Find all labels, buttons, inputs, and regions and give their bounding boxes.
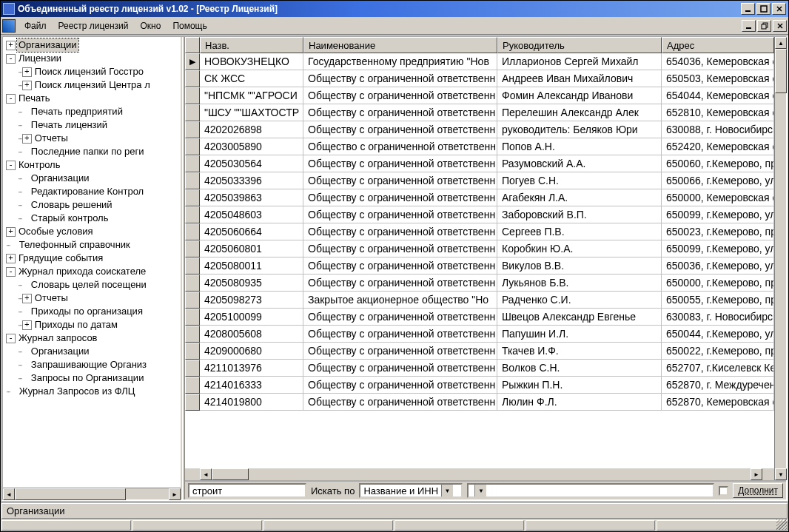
scroll-up-icon[interactable]: ▲ bbox=[775, 37, 787, 49]
minus-icon[interactable]: - bbox=[6, 94, 16, 104]
cell-fullname[interactable]: Обществу с ограниченной ответственн bbox=[303, 87, 497, 104]
cell-addr[interactable]: 650036, г.Кемерово, ул.Т bbox=[662, 257, 774, 274]
cell-addr[interactable]: 650060, г.Кемерово, пр bbox=[662, 155, 774, 172]
chevron-down-icon[interactable]: ▼ bbox=[441, 485, 453, 496]
menu-registry[interactable]: Реестр лицензий bbox=[53, 19, 135, 33]
col-fullname[interactable]: Наименование bbox=[303, 37, 497, 53]
resize-grip[interactable] bbox=[776, 519, 787, 530]
cell-name[interactable]: 4208005608 bbox=[200, 326, 303, 342]
cell-head[interactable]: Викулов В.В. bbox=[497, 257, 662, 274]
cell-head[interactable]: Ткачев И.Ф. bbox=[497, 343, 662, 359]
row-marker[interactable] bbox=[185, 189, 200, 206]
cell-fullname[interactable]: Обществу с ограниченной ответственн bbox=[303, 189, 497, 206]
grid-vscrollbar[interactable]: ▲ ▼ bbox=[774, 37, 786, 480]
col-addr[interactable]: Адрес bbox=[662, 37, 774, 53]
cell-fullname[interactable]: Обществу с ограниченной ответственн bbox=[303, 326, 497, 342]
cell-addr[interactable]: 650503, Кемеровская об bbox=[662, 70, 774, 87]
tree-node[interactable]: + Особые условия bbox=[6, 225, 181, 238]
cell-fullname[interactable]: Обществу с ограниченной ответственн bbox=[303, 360, 497, 376]
cell-head[interactable]: Сергеев П.В. bbox=[497, 223, 662, 240]
plus-icon[interactable]: + bbox=[6, 41, 16, 50]
minus-icon[interactable]: - bbox=[6, 334, 16, 343]
row-marker[interactable] bbox=[185, 138, 200, 155]
cell-name[interactable]: 4205060664 bbox=[200, 223, 303, 240]
cell-fullname[interactable]: Обществу с ограниченной ответственн bbox=[303, 377, 497, 393]
tree-node[interactable]: - Журнал прихода соискателе bbox=[6, 265, 181, 278]
cell-fullname[interactable]: Государственному предприятию "Нов bbox=[303, 53, 497, 70]
cell-head[interactable]: Рыжкин П.Н. bbox=[497, 377, 662, 393]
cell-addr[interactable]: 650099, г.Кемерово, ул.5 bbox=[662, 240, 774, 257]
cell-fullname[interactable]: Обществу с ограниченной ответственн bbox=[303, 206, 497, 223]
row-marker[interactable] bbox=[185, 70, 200, 87]
table-row[interactable]: "НПСМК ""АГРОСИОбществу с ограниченной о… bbox=[185, 87, 774, 104]
cell-head[interactable]: Папушин И.Л. bbox=[497, 326, 662, 342]
tree-node[interactable]: ··· Приходы по организация bbox=[6, 305, 181, 318]
cell-name[interactable]: 4205100099 bbox=[200, 309, 303, 325]
cell-addr[interactable]: 630083, г. Новосибирск, bbox=[662, 309, 774, 325]
row-marker[interactable] bbox=[185, 360, 200, 377]
grid-hscrollbar[interactable]: ◄ ► bbox=[200, 468, 762, 480]
cell-name[interactable]: 4205080935 bbox=[200, 275, 303, 291]
row-marker[interactable] bbox=[185, 121, 200, 138]
tree-node[interactable]: ···+ Приходы по датам bbox=[6, 318, 181, 331]
titlebar[interactable]: Объединенный реестр лицензий v1.02 - [Ре… bbox=[1, 1, 788, 17]
tree-node[interactable]: + Организации bbox=[6, 38, 181, 52]
table-row[interactable]: 4208005608Обществу с ограниченной ответс… bbox=[185, 326, 774, 343]
extra-button[interactable]: Дополнит bbox=[733, 483, 783, 498]
cell-head[interactable]: Коробкин Ю.А. bbox=[497, 240, 662, 257]
minus-icon[interactable]: - bbox=[6, 54, 16, 64]
row-marker[interactable] bbox=[185, 104, 200, 121]
cell-head[interactable]: Разумовский А.А. bbox=[497, 155, 662, 172]
tree-node[interactable]: ···+ Отчеты bbox=[6, 132, 181, 145]
tree-node[interactable]: ··· Словарь целей посещени bbox=[6, 278, 181, 292]
cell-head[interactable]: Агабекян Л.А. bbox=[497, 189, 662, 206]
cell-name[interactable]: 4205080011 bbox=[200, 257, 303, 274]
scroll-thumb[interactable] bbox=[212, 468, 249, 480]
plus-icon[interactable]: + bbox=[22, 81, 32, 90]
cell-addr[interactable]: 654036, Кемеровская об bbox=[662, 53, 774, 70]
cell-addr[interactable]: 650023, г.Кемерово, пр bbox=[662, 223, 774, 240]
row-marker[interactable] bbox=[185, 257, 200, 275]
cell-name[interactable]: 4214016333 bbox=[200, 377, 303, 393]
cell-addr[interactable]: 650099, г.Кемерово, ул.М bbox=[662, 206, 774, 223]
row-marker[interactable] bbox=[185, 292, 200, 309]
cell-head[interactable]: Попов А.Н. bbox=[497, 138, 662, 155]
tree-node[interactable]: ··· Словарь решений bbox=[6, 198, 181, 212]
row-marker[interactable] bbox=[185, 309, 200, 326]
cell-addr[interactable]: 652870, Кемеровская об bbox=[662, 394, 774, 410]
cell-fullname[interactable]: Обществу с ограниченной ответственн bbox=[303, 155, 497, 172]
cell-name[interactable]: 4205033396 bbox=[200, 172, 303, 189]
mdi-app-icon[interactable] bbox=[2, 19, 16, 33]
row-marker[interactable] bbox=[185, 240, 200, 257]
cell-name[interactable]: 4211013976 bbox=[200, 360, 303, 376]
cell-name[interactable]: 4214019800 bbox=[200, 394, 303, 410]
row-marker[interactable] bbox=[185, 394, 200, 411]
row-marker[interactable] bbox=[185, 87, 200, 104]
cell-fullname[interactable]: Обществу с ограниченной ответственн bbox=[303, 257, 497, 274]
tree-node[interactable]: ··· Последние папки по реги bbox=[6, 145, 181, 158]
cell-fullname[interactable]: Обществу с ограниченной ответственн bbox=[303, 223, 497, 240]
tree-node[interactable]: ···+ Отчеты bbox=[6, 292, 181, 305]
cell-head[interactable]: Волков С.Н. bbox=[497, 360, 662, 376]
cell-name[interactable]: 4209000680 bbox=[200, 343, 303, 359]
tree-node[interactable]: ··· Редактирование Контрол bbox=[6, 185, 181, 198]
maximize-button[interactable] bbox=[756, 3, 770, 15]
cell-addr[interactable]: 650000, г.Кемерово, пр bbox=[662, 275, 774, 291]
scroll-right-icon[interactable]: ► bbox=[751, 468, 762, 480]
row-marker[interactable] bbox=[185, 223, 200, 240]
cell-addr[interactable]: 652810, Кемеровская об bbox=[662, 104, 774, 121]
scroll-down-icon[interactable]: ▼ bbox=[775, 468, 787, 480]
cell-fullname[interactable]: Общество с ограниченной ответственн bbox=[303, 138, 497, 155]
cell-head[interactable]: Лукьянов Б.В. bbox=[497, 275, 662, 291]
tree-node[interactable]: ··· Печать лицензий bbox=[6, 118, 181, 132]
cell-name[interactable]: 4205060801 bbox=[200, 240, 303, 257]
table-row[interactable]: ▶ НОВОКУЗНЕЦКОГосударственному предприят… bbox=[185, 53, 774, 70]
table-row[interactable]: 4203005890Общество с ограниченной ответс… bbox=[185, 138, 774, 155]
navigation-tree[interactable]: + Организации- Лицензии···+ Поиск лиценз… bbox=[3, 37, 181, 488]
cell-name[interactable]: 4203005890 bbox=[200, 138, 303, 155]
cell-addr[interactable]: 652420, Кемеровская об bbox=[662, 138, 774, 155]
tree-node[interactable]: + Грядущие события bbox=[6, 252, 181, 265]
tree-node[interactable]: - Лицензии bbox=[6, 52, 181, 65]
tree-node[interactable]: ··· Старый контроль bbox=[6, 212, 181, 225]
cell-fullname[interactable]: Обществу с ограниченной ответственн bbox=[303, 70, 497, 87]
